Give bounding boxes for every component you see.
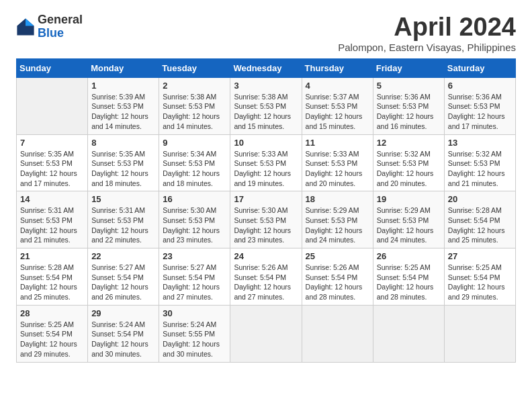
day-number: 19: [377, 194, 441, 204]
calendar-cell: 8Sunrise: 5:35 AM Sunset: 5:53 PM Daylig…: [88, 134, 159, 191]
week-row-3: 14Sunrise: 5:31 AM Sunset: 5:53 PM Dayli…: [17, 191, 516, 248]
calendar-cell: 19Sunrise: 5:29 AM Sunset: 5:53 PM Dayli…: [373, 191, 444, 248]
day-info: Sunrise: 5:33 AM Sunset: 5:53 PM Dayligh…: [306, 149, 369, 189]
header-row: SundayMondayTuesdayWednesdayThursdayFrid…: [17, 58, 516, 77]
calendar-cell: 2Sunrise: 5:38 AM Sunset: 5:53 PM Daylig…: [159, 77, 230, 134]
day-info: Sunrise: 5:25 AM Sunset: 5:54 PM Dayligh…: [377, 263, 441, 302]
calendar-cell: 26Sunrise: 5:25 AM Sunset: 5:54 PM Dayli…: [373, 248, 444, 306]
day-info: Sunrise: 5:37 AM Sunset: 5:53 PM Dayligh…: [306, 92, 369, 132]
calendar-cell: 7Sunrise: 5:35 AM Sunset: 5:53 PM Daylig…: [17, 134, 88, 191]
day-number: 28: [20, 308, 84, 318]
day-number: 5: [377, 81, 441, 91]
calendar-cell: 12Sunrise: 5:32 AM Sunset: 5:53 PM Dayli…: [373, 134, 444, 191]
day-info: Sunrise: 5:36 AM Sunset: 5:53 PM Dayligh…: [448, 92, 512, 132]
day-number: 16: [163, 194, 226, 204]
day-number: 22: [91, 251, 155, 261]
calendar-cell: 1Sunrise: 5:39 AM Sunset: 5:53 PM Daylig…: [88, 77, 159, 134]
calendar-cell: 29Sunrise: 5:24 AM Sunset: 5:54 PM Dayli…: [88, 305, 159, 362]
calendar-cell: 6Sunrise: 5:36 AM Sunset: 5:53 PM Daylig…: [444, 77, 515, 134]
title-block: April 2024 Palompon, Eastern Visayas, Ph…: [338, 13, 516, 53]
day-header-thursday: Thursday: [302, 58, 373, 77]
logo-text: General Blue: [38, 13, 83, 40]
calendar-cell: 22Sunrise: 5:27 AM Sunset: 5:54 PM Dayli…: [88, 248, 159, 306]
calendar-cell: [444, 305, 515, 362]
day-number: 23: [163, 251, 226, 261]
day-info: Sunrise: 5:31 AM Sunset: 5:53 PM Dayligh…: [91, 205, 155, 245]
day-number: 12: [377, 138, 441, 148]
week-row-1: 1Sunrise: 5:39 AM Sunset: 5:53 PM Daylig…: [17, 77, 516, 134]
calendar-cell: 9Sunrise: 5:34 AM Sunset: 5:53 PM Daylig…: [159, 134, 230, 191]
calendar-cell: [17, 77, 88, 134]
day-info: Sunrise: 5:28 AM Sunset: 5:54 PM Dayligh…: [20, 263, 84, 302]
day-info: Sunrise: 5:39 AM Sunset: 5:53 PM Dayligh…: [91, 92, 155, 132]
day-header-monday: Monday: [88, 58, 159, 77]
calendar-cell: 4Sunrise: 5:37 AM Sunset: 5:53 PM Daylig…: [302, 77, 373, 134]
calendar-cell: 3Sunrise: 5:38 AM Sunset: 5:53 PM Daylig…: [230, 77, 302, 134]
day-number: 1: [91, 81, 155, 91]
day-info: Sunrise: 5:24 AM Sunset: 5:54 PM Dayligh…: [91, 320, 155, 359]
day-number: 17: [234, 194, 298, 204]
calendar-cell: 13Sunrise: 5:32 AM Sunset: 5:53 PM Dayli…: [444, 134, 515, 191]
day-header-saturday: Saturday: [444, 58, 515, 77]
calendar-cell: 30Sunrise: 5:24 AM Sunset: 5:55 PM Dayli…: [159, 305, 230, 362]
day-info: Sunrise: 5:35 AM Sunset: 5:53 PM Dayligh…: [20, 149, 84, 189]
calendar-cell: 16Sunrise: 5:30 AM Sunset: 5:53 PM Dayli…: [159, 191, 230, 248]
day-number: 4: [306, 81, 369, 91]
day-info: Sunrise: 5:35 AM Sunset: 5:53 PM Dayligh…: [91, 149, 155, 189]
day-info: Sunrise: 5:24 AM Sunset: 5:55 PM Dayligh…: [163, 320, 226, 359]
location-subtitle: Palompon, Eastern Visayas, Philippines: [338, 42, 516, 53]
day-info: Sunrise: 5:30 AM Sunset: 5:53 PM Dayligh…: [234, 205, 298, 245]
day-number: 26: [377, 251, 441, 261]
day-info: Sunrise: 5:27 AM Sunset: 5:54 PM Dayligh…: [91, 263, 155, 302]
day-number: 25: [306, 251, 369, 261]
day-number: 6: [448, 81, 512, 91]
day-info: Sunrise: 5:33 AM Sunset: 5:53 PM Dayligh…: [234, 149, 298, 189]
week-row-5: 28Sunrise: 5:25 AM Sunset: 5:54 PM Dayli…: [17, 305, 516, 362]
day-number: 29: [91, 308, 155, 318]
day-info: Sunrise: 5:31 AM Sunset: 5:53 PM Dayligh…: [20, 205, 84, 245]
day-info: Sunrise: 5:32 AM Sunset: 5:53 PM Dayligh…: [377, 149, 441, 189]
day-number: 14: [20, 194, 84, 204]
calendar-cell: 21Sunrise: 5:28 AM Sunset: 5:54 PM Dayli…: [17, 248, 88, 306]
day-number: 9: [163, 138, 226, 148]
calendar-cell: 28Sunrise: 5:25 AM Sunset: 5:54 PM Dayli…: [17, 305, 88, 362]
day-info: Sunrise: 5:34 AM Sunset: 5:53 PM Dayligh…: [163, 149, 226, 189]
day-info: Sunrise: 5:38 AM Sunset: 5:53 PM Dayligh…: [234, 92, 298, 132]
day-number: 30: [163, 308, 226, 318]
day-number: 18: [306, 194, 369, 204]
calendar-cell: 18Sunrise: 5:29 AM Sunset: 5:53 PM Dayli…: [302, 191, 373, 248]
calendar-cell: 11Sunrise: 5:33 AM Sunset: 5:53 PM Dayli…: [302, 134, 373, 191]
logo: General Blue: [16, 13, 83, 40]
week-row-2: 7Sunrise: 5:35 AM Sunset: 5:53 PM Daylig…: [17, 134, 516, 191]
logo-general: General: [38, 13, 83, 27]
calendar-cell: [373, 305, 444, 362]
calendar-cell: 10Sunrise: 5:33 AM Sunset: 5:53 PM Dayli…: [230, 134, 302, 191]
day-info: Sunrise: 5:30 AM Sunset: 5:53 PM Dayligh…: [163, 205, 226, 245]
page-header: General Blue April 2024 Palompon, Easter…: [16, 13, 516, 53]
calendar-table: SundayMondayTuesdayWednesdayThursdayFrid…: [16, 58, 516, 363]
day-number: 2: [163, 81, 226, 91]
calendar-cell: 25Sunrise: 5:26 AM Sunset: 5:54 PM Dayli…: [302, 248, 373, 306]
day-info: Sunrise: 5:29 AM Sunset: 5:53 PM Dayligh…: [377, 205, 441, 245]
calendar-cell: 27Sunrise: 5:25 AM Sunset: 5:54 PM Dayli…: [444, 248, 515, 306]
day-info: Sunrise: 5:32 AM Sunset: 5:53 PM Dayligh…: [448, 149, 512, 189]
day-number: 20: [448, 194, 512, 204]
calendar-cell: 17Sunrise: 5:30 AM Sunset: 5:53 PM Dayli…: [230, 191, 302, 248]
calendar-cell: 15Sunrise: 5:31 AM Sunset: 5:53 PM Dayli…: [88, 191, 159, 248]
day-info: Sunrise: 5:36 AM Sunset: 5:53 PM Dayligh…: [377, 92, 441, 132]
day-number: 15: [91, 194, 155, 204]
day-number: 8: [91, 138, 155, 148]
calendar-cell: 24Sunrise: 5:26 AM Sunset: 5:54 PM Dayli…: [230, 248, 302, 306]
day-info: Sunrise: 5:38 AM Sunset: 5:53 PM Dayligh…: [163, 92, 226, 132]
day-number: 7: [20, 138, 84, 148]
month-title: April 2024: [338, 13, 516, 42]
week-row-4: 21Sunrise: 5:28 AM Sunset: 5:54 PM Dayli…: [17, 248, 516, 306]
day-info: Sunrise: 5:28 AM Sunset: 5:54 PM Dayligh…: [448, 205, 512, 245]
day-info: Sunrise: 5:27 AM Sunset: 5:54 PM Dayligh…: [163, 263, 226, 302]
day-number: 11: [306, 138, 369, 148]
logo-icon: [16, 17, 35, 36]
day-header-sunday: Sunday: [17, 58, 88, 77]
day-info: Sunrise: 5:29 AM Sunset: 5:53 PM Dayligh…: [306, 205, 369, 245]
logo-blue: Blue: [38, 27, 83, 40]
calendar-cell: 20Sunrise: 5:28 AM Sunset: 5:54 PM Dayli…: [444, 191, 515, 248]
